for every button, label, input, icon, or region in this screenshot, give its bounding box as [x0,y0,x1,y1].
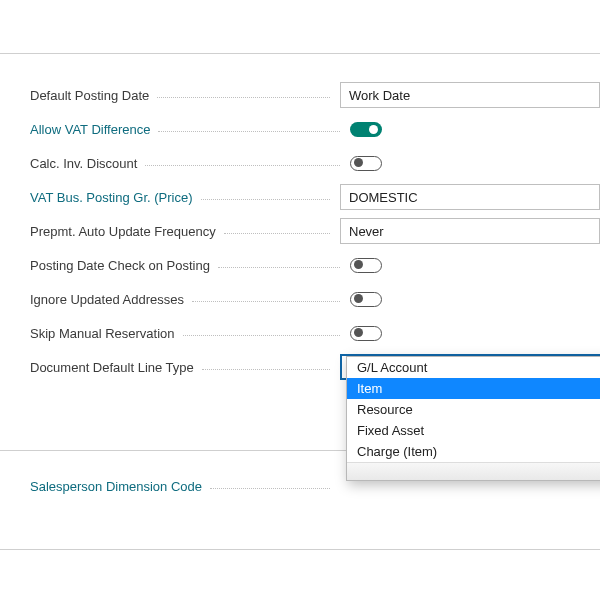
leader-dots [201,199,330,200]
dropdown-option[interactable]: Fixed Asset [347,420,600,441]
dropdown-option[interactable]: Item [347,378,600,399]
label-vat-bus-posting-gr: VAT Bus. Posting Gr. (Price) [30,190,199,205]
dropdown-option[interactable]: G/L Account [347,357,600,378]
label-allow-vat-difference: Allow VAT Difference [30,122,156,137]
leader-dots [210,488,330,489]
leader-dots [158,131,340,132]
allow-vat-difference-toggle[interactable] [350,122,382,137]
label-ignore-updated-addresses: Ignore Updated Addresses [30,292,190,307]
prepmt-auto-update-value: Never [349,224,384,239]
label-calc-inv-discount: Calc. Inv. Discount [30,156,143,171]
default-posting-date-select[interactable]: Work Date [340,82,600,108]
row-skip-manual-reservation: Skip Manual Reservation [30,316,600,350]
vat-bus-posting-gr-value: DOMESTIC [349,190,418,205]
calc-inv-discount-toggle[interactable] [350,156,382,171]
label-posting-date-check: Posting Date Check on Posting [30,258,216,273]
section-divider-bottom [0,549,600,550]
document-default-line-type-dropdown[interactable]: G/L AccountItemResourceFixed AssetCharge… [346,356,600,481]
row-vat-bus-posting-gr: VAT Bus. Posting Gr. (Price) DOMESTIC [30,180,600,214]
dropdown-option[interactable]: Resource [347,399,600,420]
label-prepmt-auto-update: Prepmt. Auto Update Frequency [30,224,222,239]
label-skip-manual-reservation: Skip Manual Reservation [30,326,181,341]
row-posting-date-check: Posting Date Check on Posting [30,248,600,282]
label-salesperson-dimension-code: Salesperson Dimension Code [30,479,208,494]
default-posting-date-value: Work Date [349,88,410,103]
dropdown-footer [347,462,600,480]
row-allow-vat-difference: Allow VAT Difference [30,112,600,146]
leader-dots [192,301,340,302]
dropdown-option[interactable]: Charge (Item) [347,441,600,462]
leader-dots [157,97,330,98]
label-document-default-line-type: Document Default Line Type [30,360,200,375]
section-divider-top [0,0,600,54]
leader-dots [183,335,340,336]
prepmt-auto-update-select[interactable]: Never [340,218,600,244]
leader-dots [224,233,330,234]
leader-dots [145,165,340,166]
label-default-posting-date: Default Posting Date [30,88,155,103]
posting-date-check-toggle[interactable] [350,258,382,273]
vat-bus-posting-gr-select[interactable]: DOMESTIC [340,184,600,210]
leader-dots [218,267,340,268]
row-calc-inv-discount: Calc. Inv. Discount [30,146,600,180]
row-default-posting-date: Default Posting Date Work Date [30,78,600,112]
leader-dots [202,369,330,370]
row-prepmt-auto-update: Prepmt. Auto Update Frequency Never [30,214,600,248]
ignore-updated-addresses-toggle[interactable] [350,292,382,307]
skip-manual-reservation-toggle[interactable] [350,326,382,341]
row-ignore-updated-addresses: Ignore Updated Addresses [30,282,600,316]
